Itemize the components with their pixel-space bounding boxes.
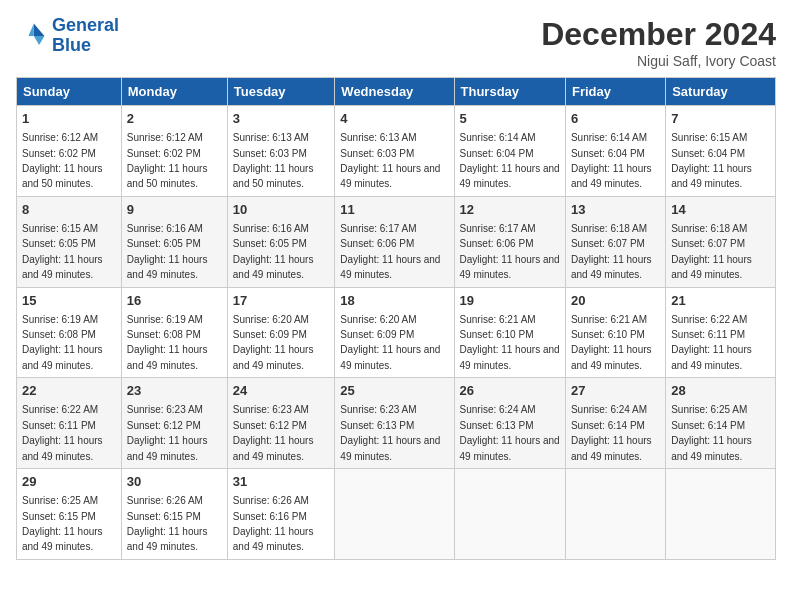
- day-number: 27: [571, 382, 660, 400]
- sunset-text: Sunset: 6:07 PM: [571, 238, 645, 249]
- sunrise-text: Sunrise: 6:12 AM: [22, 132, 98, 143]
- sunset-text: Sunset: 6:09 PM: [340, 329, 414, 340]
- calendar-cell: 13 Sunrise: 6:18 AM Sunset: 6:07 PM Dayl…: [565, 196, 665, 287]
- sunrise-text: Sunrise: 6:17 AM: [340, 223, 416, 234]
- sunset-text: Sunset: 6:16 PM: [233, 511, 307, 522]
- page-header: General Blue December 2024 Nigui Saff, I…: [16, 16, 776, 69]
- calendar-cell: [454, 469, 565, 560]
- sunrise-text: Sunrise: 6:23 AM: [340, 404, 416, 415]
- logo: General Blue: [16, 16, 119, 56]
- calendar-cell: [335, 469, 454, 560]
- sunrise-text: Sunrise: 6:25 AM: [22, 495, 98, 506]
- sunrise-text: Sunrise: 6:24 AM: [571, 404, 647, 415]
- day-number: 20: [571, 292, 660, 310]
- calendar-cell: 18 Sunrise: 6:20 AM Sunset: 6:09 PM Dayl…: [335, 287, 454, 378]
- day-number: 18: [340, 292, 448, 310]
- calendar-cell: 29 Sunrise: 6:25 AM Sunset: 6:15 PM Dayl…: [17, 469, 122, 560]
- sunrise-text: Sunrise: 6:26 AM: [233, 495, 309, 506]
- daylight-text: Daylight: 11 hours and 49 minutes.: [340, 254, 440, 280]
- day-number: 17: [233, 292, 330, 310]
- calendar-cell: 14 Sunrise: 6:18 AM Sunset: 6:07 PM Dayl…: [666, 196, 776, 287]
- daylight-text: Daylight: 11 hours and 49 minutes.: [340, 344, 440, 370]
- sunrise-text: Sunrise: 6:21 AM: [460, 314, 536, 325]
- sunset-text: Sunset: 6:08 PM: [127, 329, 201, 340]
- logo-line2: Blue: [52, 35, 91, 55]
- sunset-text: Sunset: 6:07 PM: [671, 238, 745, 249]
- daylight-text: Daylight: 11 hours and 49 minutes.: [233, 526, 314, 552]
- day-number: 31: [233, 473, 330, 491]
- sunset-text: Sunset: 6:04 PM: [571, 148, 645, 159]
- calendar-cell: 6 Sunrise: 6:14 AM Sunset: 6:04 PM Dayli…: [565, 106, 665, 197]
- sunrise-text: Sunrise: 6:17 AM: [460, 223, 536, 234]
- calendar-cell: 22 Sunrise: 6:22 AM Sunset: 6:11 PM Dayl…: [17, 378, 122, 469]
- sunset-text: Sunset: 6:06 PM: [460, 238, 534, 249]
- sunrise-text: Sunrise: 6:16 AM: [127, 223, 203, 234]
- daylight-text: Daylight: 11 hours and 49 minutes.: [460, 163, 560, 189]
- daylight-text: Daylight: 11 hours and 49 minutes.: [671, 435, 752, 461]
- day-number: 8: [22, 201, 116, 219]
- sunset-text: Sunset: 6:13 PM: [460, 420, 534, 431]
- day-number: 26: [460, 382, 560, 400]
- sunrise-text: Sunrise: 6:15 AM: [22, 223, 98, 234]
- daylight-text: Daylight: 11 hours and 49 minutes.: [460, 344, 560, 370]
- calendar-cell: 8 Sunrise: 6:15 AM Sunset: 6:05 PM Dayli…: [17, 196, 122, 287]
- calendar-cell: 11 Sunrise: 6:17 AM Sunset: 6:06 PM Dayl…: [335, 196, 454, 287]
- day-number: 14: [671, 201, 770, 219]
- daylight-text: Daylight: 11 hours and 49 minutes.: [671, 344, 752, 370]
- calendar-cell: 10 Sunrise: 6:16 AM Sunset: 6:05 PM Dayl…: [227, 196, 335, 287]
- daylight-text: Daylight: 11 hours and 49 minutes.: [571, 435, 652, 461]
- calendar-cell: 27 Sunrise: 6:24 AM Sunset: 6:14 PM Dayl…: [565, 378, 665, 469]
- sunrise-text: Sunrise: 6:15 AM: [671, 132, 747, 143]
- day-number: 30: [127, 473, 222, 491]
- sunset-text: Sunset: 6:14 PM: [671, 420, 745, 431]
- sunset-text: Sunset: 6:10 PM: [571, 329, 645, 340]
- sunrise-text: Sunrise: 6:26 AM: [127, 495, 203, 506]
- daylight-text: Daylight: 11 hours and 49 minutes.: [571, 344, 652, 370]
- day-number: 4: [340, 110, 448, 128]
- sunrise-text: Sunrise: 6:23 AM: [127, 404, 203, 415]
- day-number: 22: [22, 382, 116, 400]
- calendar-cell: 19 Sunrise: 6:21 AM Sunset: 6:10 PM Dayl…: [454, 287, 565, 378]
- location: Nigui Saff, Ivory Coast: [541, 53, 776, 69]
- sunrise-text: Sunrise: 6:18 AM: [671, 223, 747, 234]
- day-number: 15: [22, 292, 116, 310]
- sunset-text: Sunset: 6:02 PM: [22, 148, 96, 159]
- calendar-cell: 1 Sunrise: 6:12 AM Sunset: 6:02 PM Dayli…: [17, 106, 122, 197]
- day-number: 10: [233, 201, 330, 219]
- sunset-text: Sunset: 6:05 PM: [22, 238, 96, 249]
- sunset-text: Sunset: 6:02 PM: [127, 148, 201, 159]
- day-number: 2: [127, 110, 222, 128]
- weekday-header-tuesday: Tuesday: [227, 78, 335, 106]
- day-number: 29: [22, 473, 116, 491]
- daylight-text: Daylight: 11 hours and 49 minutes.: [571, 254, 652, 280]
- daylight-text: Daylight: 11 hours and 49 minutes.: [127, 254, 208, 280]
- sunrise-text: Sunrise: 6:21 AM: [571, 314, 647, 325]
- weekday-header-saturday: Saturday: [666, 78, 776, 106]
- daylight-text: Daylight: 11 hours and 49 minutes.: [127, 344, 208, 370]
- sunset-text: Sunset: 6:05 PM: [127, 238, 201, 249]
- sunset-text: Sunset: 6:13 PM: [340, 420, 414, 431]
- logo-text: General Blue: [52, 16, 119, 56]
- calendar-cell: 16 Sunrise: 6:19 AM Sunset: 6:08 PM Dayl…: [121, 287, 227, 378]
- weekday-header-monday: Monday: [121, 78, 227, 106]
- sunrise-text: Sunrise: 6:20 AM: [233, 314, 309, 325]
- sunset-text: Sunset: 6:09 PM: [233, 329, 307, 340]
- daylight-text: Daylight: 11 hours and 49 minutes.: [671, 254, 752, 280]
- sunset-text: Sunset: 6:03 PM: [233, 148, 307, 159]
- logo-line1: General: [52, 15, 119, 35]
- calendar-cell: [565, 469, 665, 560]
- day-number: 11: [340, 201, 448, 219]
- sunset-text: Sunset: 6:15 PM: [22, 511, 96, 522]
- sunrise-text: Sunrise: 6:22 AM: [22, 404, 98, 415]
- calendar-cell: 28 Sunrise: 6:25 AM Sunset: 6:14 PM Dayl…: [666, 378, 776, 469]
- sunrise-text: Sunrise: 6:19 AM: [22, 314, 98, 325]
- daylight-text: Daylight: 11 hours and 49 minutes.: [127, 435, 208, 461]
- sunset-text: Sunset: 6:04 PM: [671, 148, 745, 159]
- sunset-text: Sunset: 6:11 PM: [22, 420, 96, 431]
- weekday-header-row: SundayMondayTuesdayWednesdayThursdayFrid…: [17, 78, 776, 106]
- daylight-text: Daylight: 11 hours and 49 minutes.: [127, 526, 208, 552]
- week-row-5: 29 Sunrise: 6:25 AM Sunset: 6:15 PM Dayl…: [17, 469, 776, 560]
- daylight-text: Daylight: 11 hours and 49 minutes.: [22, 435, 103, 461]
- calendar-cell: [666, 469, 776, 560]
- calendar-cell: 12 Sunrise: 6:17 AM Sunset: 6:06 PM Dayl…: [454, 196, 565, 287]
